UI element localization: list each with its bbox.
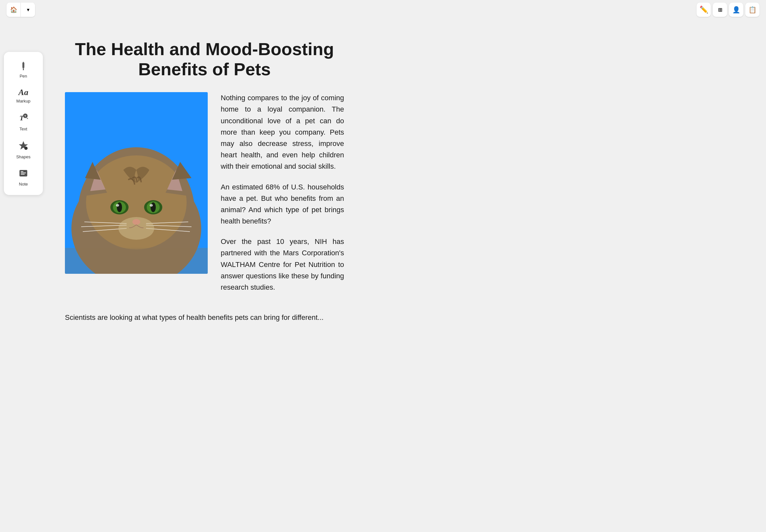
article-title: The Health and Mood-Boosting Benefits of… — [65, 39, 344, 79]
svg-point-27 — [151, 202, 156, 212]
document: The Health and Mood-Boosting Benefits of… — [0, 19, 383, 343]
svg-point-36 — [118, 217, 154, 240]
svg-rect-37 — [65, 248, 208, 274]
left-sidebar: Pen Aa Markup T T Text — [4, 52, 43, 195]
top-bar: 🏠 ▾ ✏️ ⊞ 👤 📋 — [0, 0, 383, 19]
partial-paragraph: Scientists are looking at what types of … — [65, 312, 344, 323]
shapes-label: Shapes — [16, 154, 30, 159]
shapes-icon — [18, 140, 29, 153]
svg-point-23 — [117, 202, 122, 212]
cat-photo — [65, 92, 208, 274]
home-button[interactable]: 🏠 — [6, 3, 21, 17]
sidebar-tool-pen[interactable]: Pen — [4, 56, 43, 82]
pen-icon — [18, 60, 28, 72]
svg-point-6 — [24, 147, 28, 150]
chevron-button[interactable]: ▾ — [21, 3, 35, 17]
paragraph-3: Over the past 10 years, NIH has partnere… — [221, 236, 344, 293]
markup-icon: Aa — [18, 88, 28, 97]
nav-controls: 🏠 ▾ — [6, 3, 35, 17]
svg-rect-0 — [23, 67, 24, 69]
sidebar-tool-text[interactable]: T T Text — [4, 109, 43, 135]
chevron-down-icon: ▾ — [27, 7, 29, 12]
note-icon — [18, 168, 28, 180]
content-area: Pen Aa Markup T T Text — [0, 19, 383, 343]
paragraph-1: Nothing compares to the joy of coming ho… — [221, 92, 344, 172]
svg-rect-8 — [21, 171, 23, 172]
svg-marker-1 — [23, 69, 24, 70]
home-icon: 🏠 — [10, 6, 17, 13]
sidebar-tool-markup[interactable]: Aa Markup — [4, 84, 43, 107]
pen-label: Pen — [19, 74, 27, 79]
sidebar-tool-note[interactable]: Note — [4, 164, 43, 190]
nav-button-group: 🏠 ▾ — [6, 3, 35, 17]
article-content-block: Nothing compares to the joy of coming ho… — [65, 92, 344, 302]
svg-text:T: T — [24, 115, 26, 118]
svg-point-28 — [150, 204, 153, 207]
markup-label: Markup — [16, 99, 30, 103]
text-icon: T T — [18, 113, 29, 125]
sidebar-tool-shapes[interactable]: Shapes — [4, 137, 43, 163]
paragraph-2: An estimated 68% of U.S. households have… — [221, 181, 344, 227]
svg-point-24 — [116, 204, 119, 207]
note-label: Note — [19, 182, 28, 187]
svg-rect-9 — [21, 173, 26, 173]
article-text: Nothing compares to the joy of coming ho… — [221, 92, 344, 302]
article-image — [65, 92, 208, 274]
text-label: Text — [19, 127, 27, 131]
svg-rect-10 — [21, 174, 25, 175]
